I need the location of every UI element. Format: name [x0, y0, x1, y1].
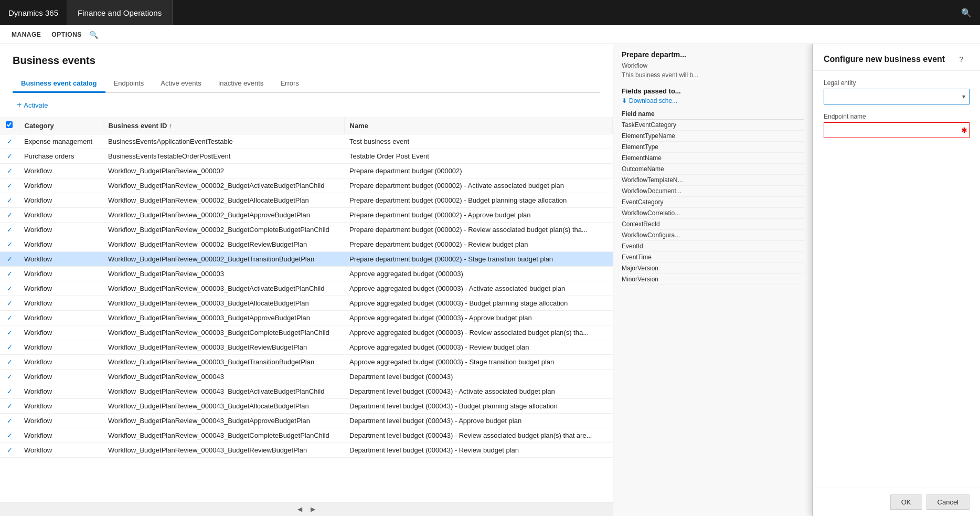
- check-icon[interactable]: ✓: [7, 343, 13, 351]
- table-row[interactable]: ✓WorkflowWorkflow_BudgetPlanReview_00000…: [0, 311, 613, 325]
- row-checkbox-cell: ✓: [0, 370, 19, 384]
- row-category: Workflow: [19, 208, 103, 223]
- check-icon[interactable]: ✓: [7, 387, 13, 395]
- table-row[interactable]: ✓WorkflowWorkflow_BudgetPlanReview_00000…: [0, 281, 613, 296]
- row-event-id: Workflow_BudgetPlanReview_000043_BudgetA…: [103, 399, 344, 414]
- row-name: Approve aggregated budget (000003) - Rev…: [344, 325, 613, 340]
- check-icon[interactable]: ✓: [7, 138, 13, 145]
- main-container: Business events Business event catalog E…: [0, 44, 980, 516]
- row-checkbox-cell: ✓: [0, 149, 19, 164]
- dynamics365-brand[interactable]: Dynamics 365: [0, 0, 67, 25]
- table-row[interactable]: ✓WorkflowWorkflow_BudgetPlanReview_00000…: [0, 340, 613, 355]
- scroll-left-arrow[interactable]: ◀: [293, 504, 306, 514]
- table-row[interactable]: ✓Expense managementBusinessEventsApplica…: [0, 134, 613, 149]
- legal-entity-group: Legal entity: [824, 79, 970, 104]
- table-row[interactable]: ✓WorkflowWorkflow_BudgetPlanReview_00000…: [0, 355, 613, 370]
- table-row[interactable]: ✓Purchase ordersBusinessEventsTestableOr…: [0, 149, 613, 164]
- check-icon[interactable]: ✓: [7, 373, 13, 381]
- table-row[interactable]: ✓WorkflowWorkflow_BudgetPlanReview_00004…: [0, 414, 613, 428]
- tab-business-event-catalog[interactable]: Business event catalog: [13, 75, 105, 93]
- row-event-id: Workflow_BudgetPlanReview_000002_BudgetA…: [103, 178, 344, 193]
- tab-active-events[interactable]: Active events: [152, 75, 209, 93]
- business-events-table: Category Business event ID ↑ Name ✓Expen…: [0, 117, 613, 458]
- endpoint-name-group: Endpoint name ✱: [824, 113, 970, 138]
- secondary-search-icon[interactable]: 🔍: [89, 30, 98, 39]
- row-checkbox-cell: ✓: [0, 208, 19, 223]
- row-category: Workflow: [19, 355, 103, 370]
- tab-inactive-events[interactable]: Inactive events: [210, 75, 272, 93]
- check-icon[interactable]: ✓: [7, 329, 13, 336]
- select-all-checkbox[interactable]: [6, 121, 13, 128]
- check-icon[interactable]: ✓: [7, 417, 13, 425]
- table-row[interactable]: ✓WorkflowWorkflow_BudgetPlanReview_00004…: [0, 443, 613, 458]
- col-name-header[interactable]: Name: [344, 117, 613, 134]
- check-icon[interactable]: ✓: [7, 211, 13, 219]
- check-icon[interactable]: ✓: [7, 299, 13, 307]
- table-row[interactable]: ✓WorkflowWorkflow_BudgetPlanReview_00004…: [0, 399, 613, 414]
- ok-button[interactable]: OK: [890, 494, 922, 510]
- check-icon[interactable]: ✓: [7, 167, 13, 175]
- row-event-id: Workflow_BudgetPlanReview_000002_BudgetR…: [103, 237, 344, 252]
- table-row[interactable]: ✓WorkflowWorkflow_BudgetPlanReview_00000…: [0, 325, 613, 340]
- row-category: Workflow: [19, 325, 103, 340]
- table-row[interactable]: ✓WorkflowWorkflow_BudgetPlanReview_00004…: [0, 384, 613, 399]
- table-row[interactable]: ✓WorkflowWorkflow_BudgetPlanReview_00004…: [0, 370, 613, 384]
- horizontal-scrollbar[interactable]: ◀ ▶: [0, 502, 613, 516]
- row-name: Department level budget (000043) - Budge…: [344, 399, 613, 414]
- check-icon[interactable]: ✓: [7, 240, 13, 248]
- row-name: Prepare department budget (000002): [344, 164, 613, 178]
- col-category-header[interactable]: Category: [19, 117, 103, 134]
- row-category: Workflow: [19, 223, 103, 237]
- table-row[interactable]: ✓WorkflowWorkflow_BudgetPlanReview_00000…: [0, 296, 613, 311]
- check-icon[interactable]: ✓: [7, 314, 13, 322]
- endpoint-name-label: Endpoint name: [824, 113, 970, 120]
- tab-endpoints[interactable]: Endpoints: [105, 75, 153, 93]
- row-category: Workflow: [19, 296, 103, 311]
- help-icon[interactable]: ?: [953, 55, 970, 64]
- check-icon[interactable]: ✓: [7, 285, 13, 292]
- table-row[interactable]: ✓WorkflowWorkflow_BudgetPlanReview_00000…: [0, 252, 613, 267]
- table-row[interactable]: ✓WorkflowWorkflow_BudgetPlanReview_00004…: [0, 428, 613, 443]
- row-name: Approve aggregated budget (000003): [344, 267, 613, 281]
- top-search-icon[interactable]: 🔍: [953, 0, 980, 25]
- scroll-right-arrow[interactable]: ▶: [306, 504, 319, 514]
- check-icon[interactable]: ✓: [7, 402, 13, 410]
- download-schema-link[interactable]: ⬇ Download sche...: [622, 97, 804, 104]
- endpoint-name-input[interactable]: [824, 122, 970, 138]
- row-checkbox-cell: ✓: [0, 296, 19, 311]
- check-icon[interactable]: ✓: [7, 270, 13, 278]
- check-icon[interactable]: ✓: [7, 196, 13, 204]
- table-row[interactable]: ✓WorkflowWorkflow_BudgetPlanReview_00000…: [0, 267, 613, 281]
- check-icon[interactable]: ✓: [7, 152, 13, 160]
- row-category: Workflow: [19, 428, 103, 443]
- table-row[interactable]: ✓WorkflowWorkflow_BudgetPlanReview_00000…: [0, 178, 613, 193]
- check-icon[interactable]: ✓: [7, 226, 13, 234]
- table-row[interactable]: ✓WorkflowWorkflow_BudgetPlanReview_00000…: [0, 237, 613, 252]
- tab-errors[interactable]: Errors: [272, 75, 307, 93]
- detail-category: Workflow: [622, 62, 804, 69]
- table-container[interactable]: Category Business event ID ↑ Name ✓Expen…: [0, 117, 613, 502]
- row-checkbox-cell: ✓: [0, 428, 19, 443]
- row-event-id: Workflow_BudgetPlanReview_000002_BudgetC…: [103, 223, 344, 237]
- page-title: Business events: [13, 55, 600, 67]
- options-nav-btn[interactable]: OPTIONS: [46, 25, 87, 44]
- check-icon[interactable]: ✓: [7, 255, 13, 263]
- cancel-button[interactable]: Cancel: [926, 494, 970, 510]
- col-event-id-header[interactable]: Business event ID ↑: [103, 117, 344, 134]
- table-row[interactable]: ✓WorkflowWorkflow_BudgetPlanReview_00000…: [0, 223, 613, 237]
- row-checkbox-cell: ✓: [0, 399, 19, 414]
- table-row[interactable]: ✓WorkflowWorkflow_BudgetPlanReview_00000…: [0, 208, 613, 223]
- field-name-item: WorkflowTemplateN...: [622, 175, 804, 186]
- row-event-id: Workflow_BudgetPlanReview_000002: [103, 164, 344, 178]
- finance-operations-brand[interactable]: Finance and Operations: [67, 0, 173, 25]
- check-icon[interactable]: ✓: [7, 431, 13, 439]
- legal-entity-select[interactable]: [824, 89, 970, 104]
- check-icon[interactable]: ✓: [7, 182, 13, 189]
- check-icon[interactable]: ✓: [7, 358, 13, 366]
- table-row[interactable]: ✓WorkflowWorkflow_BudgetPlanReview_00000…: [0, 164, 613, 178]
- manage-nav-btn[interactable]: MANAGE: [6, 25, 46, 44]
- row-checkbox-cell: ✓: [0, 164, 19, 178]
- check-icon[interactable]: ✓: [7, 446, 13, 454]
- activate-button[interactable]: + Activate: [13, 98, 52, 112]
- table-row[interactable]: ✓WorkflowWorkflow_BudgetPlanReview_00000…: [0, 193, 613, 208]
